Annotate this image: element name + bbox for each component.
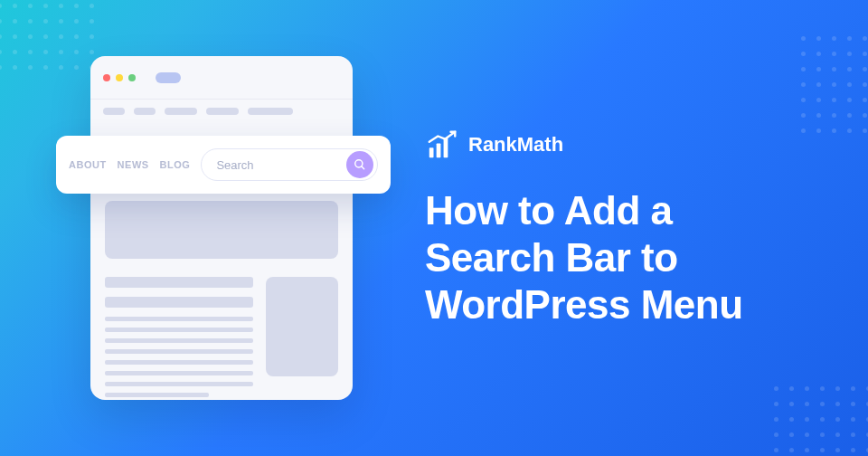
placeholder-blob (248, 108, 293, 115)
browser-toolbar (90, 100, 353, 123)
close-icon (103, 74, 110, 81)
page-body (105, 201, 338, 400)
rankmath-logo: RankMath (425, 128, 769, 162)
nav-link-about[interactable]: ABOUT (69, 159, 107, 170)
wordpress-menu-bar: ABOUT NEWS BLOG Search (56, 136, 391, 194)
content: RankMath How to Add a Search Bar to Word… (425, 128, 769, 328)
search-button[interactable] (346, 151, 373, 178)
tab-placeholder (156, 72, 181, 83)
decorative-dots (801, 36, 868, 133)
nav-link-news[interactable]: NEWS (118, 159, 149, 170)
search-input[interactable]: Search (201, 148, 378, 181)
page-title: How to Add a Search Bar to WordPress Men… (425, 187, 769, 328)
placeholder-blob (134, 108, 156, 115)
svg-rect-3 (437, 144, 441, 158)
svg-rect-2 (429, 147, 434, 157)
search-icon (354, 158, 366, 171)
sidebar-placeholder (266, 277, 338, 376)
svg-rect-4 (444, 138, 448, 157)
hero-placeholder (105, 201, 338, 259)
maximize-icon (128, 74, 136, 81)
search-placeholder: Search (216, 158, 346, 172)
traffic-lights (103, 74, 136, 81)
nav-link-blog[interactable]: BLOG (160, 159, 191, 170)
minimize-icon (116, 74, 123, 81)
rankmath-logo-icon (425, 128, 459, 162)
placeholder-blob (165, 108, 197, 115)
placeholder-blob (206, 108, 239, 115)
browser-chrome (90, 56, 353, 100)
browser-window (90, 56, 353, 400)
browser-illustration: ABOUT NEWS BLOG Search (72, 56, 371, 400)
svg-line-1 (362, 166, 364, 169)
text-column (105, 277, 253, 400)
placeholder-blob (103, 108, 125, 115)
logo-text: RankMath (468, 133, 563, 157)
decorative-dots (774, 386, 868, 456)
